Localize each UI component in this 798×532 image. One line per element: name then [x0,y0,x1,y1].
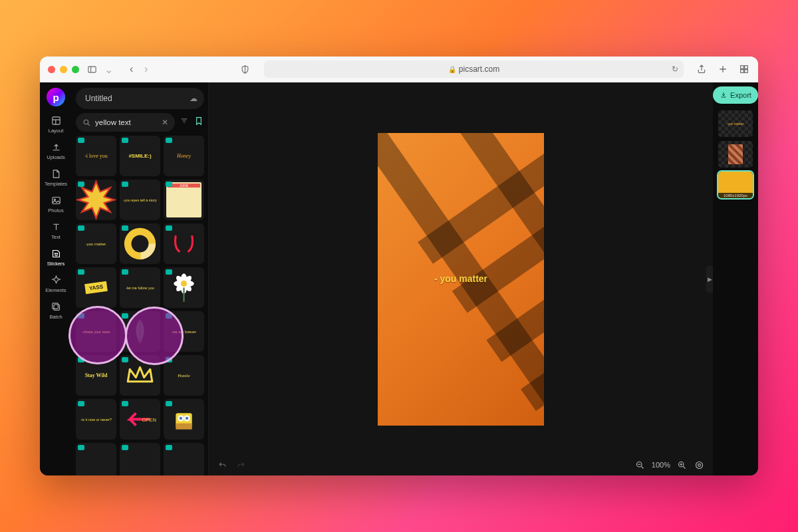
redo-button[interactable] [235,459,247,471]
sticker-label: -is it now or never? [80,418,111,422]
sticker-item-6[interactable]: -you matter. [76,223,116,264]
sidebar-toggle-icon[interactable] [84,63,99,75]
bookmark-icon[interactable] [194,116,204,129]
rail-batch[interactable]: Batch [40,298,72,323]
expand-pages-icon[interactable]: ▶ [706,266,713,293]
sticker-item-4[interactable]: -you eyes tell a story [120,180,160,220]
refresh-icon[interactable]: ↻ [672,65,678,74]
minimize-window-button[interactable] [60,66,67,73]
sticker-label: -let me follow you [126,286,154,290]
sticker-item-19[interactable]: OPEN [120,399,160,440]
premium-badge-icon [122,445,128,450]
canvas-footer: 100% [208,454,713,475]
svg-line-19 [88,124,90,126]
svg-point-42 [180,417,183,420]
sticker-item-0[interactable]: -i love you [76,136,116,176]
sticker-item-11[interactable] [164,267,204,308]
sticker-label: Stay Wild [85,373,108,378]
rail-templates[interactable]: Templates [40,165,72,190]
page-thumb-3[interactable]: 1080x1920px [718,172,753,198]
url-bar[interactable]: 🔒 picsart.com ↻ [264,61,684,78]
sticker-item-16[interactable] [120,355,160,396]
sticker-item-7[interactable] [120,223,160,264]
maximize-window-button[interactable] [72,66,79,73]
sticker-label: Honey [177,153,191,159]
export-button[interactable]: Export [713,86,758,104]
back-button[interactable]: ‹ [130,63,139,75]
premium-badge-icon [78,269,84,275]
clear-search-icon[interactable]: ✕ [162,118,168,127]
sticker-item-22[interactable] [120,443,160,475]
stickers-grid: -i love you#SMILE:)Honey-you eyes tell a… [72,136,208,475]
share-icon[interactable] [696,63,708,75]
rail-uploads[interactable]: Uploads [40,138,72,164]
forward-button[interactable]: › [144,63,154,75]
zoom-in-button[interactable] [676,459,688,471]
download-icon [720,91,728,99]
rail-photos[interactable]: Photos [40,192,72,217]
rail-layout[interactable]: Layout [40,112,72,137]
svg-point-52 [698,464,700,466]
app-logo[interactable]: p [47,88,65,106]
cloud-sync-icon[interactable]: ☁ [190,94,198,103]
svg-rect-39 [176,424,192,430]
sticker-item-20[interactable] [164,399,204,440]
svg-line-46 [642,466,644,468]
sticker-item-1[interactable]: #SMILE:) [120,136,160,176]
filter-icon[interactable] [179,116,190,128]
search-query: yellow text [95,118,158,126]
sticker-item-8[interactable] [164,223,204,264]
project-title-box[interactable]: Untitled ☁ [76,88,204,109]
sticker-item-2[interactable]: Honey [164,136,204,176]
fit-screen-button[interactable] [693,459,705,471]
sticker-item-23[interactable] [164,443,204,475]
search-input[interactable]: yellow text ✕ [76,113,175,132]
svg-rect-6 [745,66,748,69]
project-title: Untitled [85,94,112,103]
canvas-text-sticker[interactable]: - you matter [434,273,487,284]
sticker-item-5[interactable]: JUNE [164,180,204,220]
canvas[interactable]: - you matter [378,133,544,426]
svg-rect-16 [53,305,59,311]
rail-stickers[interactable]: Stickers [40,245,72,270]
svg-text:OPEN: OPEN [142,417,157,423]
sticker-item-3[interactable] [76,180,116,220]
rail-text-label: Text [51,234,61,240]
sticker-item-15[interactable]: Stay Wild [76,355,116,396]
svg-rect-7 [741,70,744,73]
svg-marker-23 [78,182,114,218]
new-tab-icon[interactable] [717,63,729,75]
sticker-label: -you matter. [86,242,107,246]
rail-batch-label: Batch [49,314,62,320]
sticker-item-18[interactable]: -is it now or never? [76,399,116,440]
svg-rect-17 [52,303,58,309]
premium-badge-icon [166,313,172,319]
svg-rect-0 [88,66,95,72]
sticker-item-21[interactable] [76,443,116,475]
app-root: p Layout Uploads Templates Photos Text S… [40,82,758,475]
sticker-item-10[interactable]: -let me follow you [120,267,160,308]
rail-text[interactable]: Text [40,218,72,243]
sticker-item-9[interactable]: YASS [76,267,116,308]
rail-elements[interactable]: Elements [40,271,72,297]
tabs-grid-icon[interactable] [738,63,750,75]
svg-rect-5 [741,66,744,69]
browser-titlebar: ⌄ ‹ › 🔒 picsart.com ↻ [40,57,758,82]
svg-point-15 [57,253,57,254]
svg-rect-12 [52,198,59,204]
page-thumb-2[interactable] [718,141,753,168]
zoom-out-button[interactable] [634,459,646,471]
canvas-area[interactable]: - you matter [209,82,713,475]
right-rail: Export -you matter. 1080x1920px [713,82,758,475]
sticker-item-12[interactable]: -chase your stars [76,311,116,352]
svg-point-34 [181,281,187,287]
shield-icon[interactable] [237,63,252,75]
search-icon [82,118,91,127]
undo-button[interactable] [216,459,228,471]
sticker-item-17[interactable]: Hustle [164,355,204,396]
tab-dropdown-icon[interactable]: ⌄ [104,63,114,75]
sticker-item-13[interactable] [120,311,160,352]
page-thumb-1[interactable]: -you matter. [718,110,753,137]
sticker-item-14[interactable]: -we are forever [164,311,204,352]
close-window-button[interactable] [48,66,55,73]
